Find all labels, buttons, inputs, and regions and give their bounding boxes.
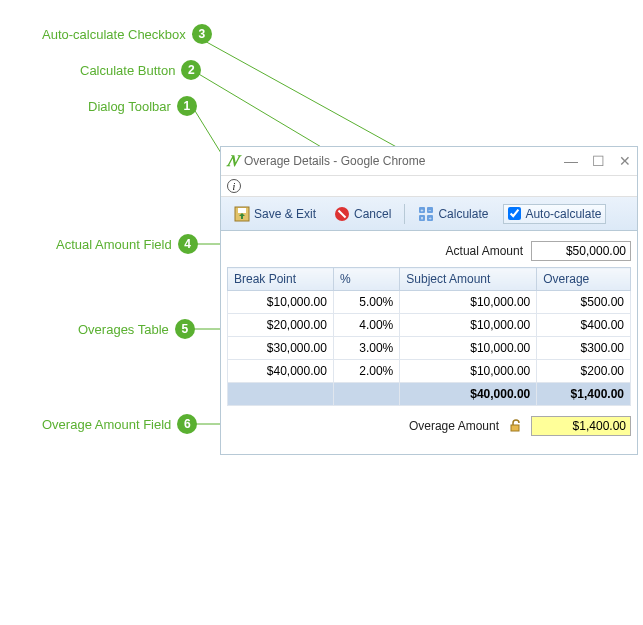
col-subject-amount[interactable]: Subject Amount <box>400 268 537 291</box>
cell-pct: 4.00% <box>333 314 399 337</box>
maximize-button[interactable]: ☐ <box>592 153 605 169</box>
dialog-toolbar: Save & Exit Cancel + − × ÷ Calculate Aut… <box>221 197 637 231</box>
cell-subj: $10,000.00 <box>400 337 537 360</box>
overage-amount-label: Overage Amount <box>409 419 499 433</box>
cancel-label: Cancel <box>354 207 391 221</box>
overages-table: Break Point % Subject Amount Overage $10… <box>227 267 631 406</box>
overage-amount-row: Overage Amount <box>227 416 631 436</box>
cell-subj: $10,000.00 <box>400 291 537 314</box>
annotation-6: Overage Amount Field 6 <box>42 414 197 434</box>
cell-ov: $500.00 <box>537 291 631 314</box>
annotation-1: Dialog Toolbar 1 <box>88 96 197 116</box>
cell-ov: $300.00 <box>537 337 631 360</box>
table-row[interactable]: $40,000.002.00%$10,000.00$200.00 <box>228 360 631 383</box>
col-overage[interactable]: Overage <box>537 268 631 291</box>
save-icon <box>234 206 250 222</box>
actual-amount-field[interactable] <box>531 241 631 261</box>
save-exit-label: Save & Exit <box>254 207 316 221</box>
titlebar: 𝑁 Overage Details - Google Chrome — ☐ ✕ <box>221 147 637 175</box>
cell-ov: $200.00 <box>537 360 631 383</box>
overage-details-dialog: 𝑁 Overage Details - Google Chrome — ☐ ✕ … <box>220 146 638 455</box>
minimize-button[interactable]: — <box>564 153 578 169</box>
annotation-3: Auto-calculate Checkbox 3 <box>42 24 212 44</box>
actual-amount-label: Actual Amount <box>446 244 523 258</box>
overage-amount-field[interactable] <box>531 416 631 436</box>
svg-text:+: + <box>421 207 424 213</box>
total-overage: $1,400.00 <box>537 383 631 406</box>
cell-subj: $10,000.00 <box>400 360 537 383</box>
cell-bp: $40,000.00 <box>228 360 334 383</box>
table-total-row: $40,000.00 $1,400.00 <box>228 383 631 406</box>
svg-text:×: × <box>421 215 424 221</box>
cell-pct: 5.00% <box>333 291 399 314</box>
auto-calculate-checkbox[interactable]: Auto-calculate <box>503 204 606 224</box>
svg-rect-18 <box>511 425 519 431</box>
cell-pct: 2.00% <box>333 360 399 383</box>
table-body: $10,000.005.00%$10,000.00$500.00$20,000.… <box>228 291 631 383</box>
annotation-2: Calculate Button 2 <box>80 60 201 80</box>
auto-calculate-input[interactable] <box>508 207 521 220</box>
col-percent[interactable]: % <box>333 268 399 291</box>
col-break-point[interactable]: Break Point <box>228 268 334 291</box>
app-logo-icon: 𝑁 <box>227 152 238 170</box>
info-icon[interactable]: i <box>227 179 241 193</box>
cell-subj: $10,000.00 <box>400 314 537 337</box>
table-row[interactable]: $10,000.005.00%$10,000.00$500.00 <box>228 291 631 314</box>
svg-text:−: − <box>429 207 432 213</box>
total-subject: $40,000.00 <box>400 383 537 406</box>
calculate-label: Calculate <box>438 207 488 221</box>
cell-ov: $400.00 <box>537 314 631 337</box>
dialog-content: Actual Amount Break Point % Subject Amou… <box>221 231 637 454</box>
calculate-button[interactable]: + − × ÷ Calculate <box>411 202 495 226</box>
info-bar: i <box>221 175 637 197</box>
svg-text:÷: ÷ <box>429 215 432 221</box>
calculate-icon: + − × ÷ <box>418 206 434 222</box>
cell-pct: 3.00% <box>333 337 399 360</box>
cell-bp: $20,000.00 <box>228 314 334 337</box>
table-row[interactable]: $30,000.003.00%$10,000.00$300.00 <box>228 337 631 360</box>
annotation-5: Overages Table 5 <box>78 319 195 339</box>
window-title: Overage Details - Google Chrome <box>244 154 425 168</box>
table-header-row: Break Point % Subject Amount Overage <box>228 268 631 291</box>
svg-rect-7 <box>238 208 246 213</box>
actual-amount-row: Actual Amount <box>227 241 631 261</box>
table-row[interactable]: $20,000.004.00%$10,000.00$400.00 <box>228 314 631 337</box>
lock-icon[interactable] <box>507 418 523 434</box>
auto-calculate-label: Auto-calculate <box>525 207 601 221</box>
cell-bp: $10,000.00 <box>228 291 334 314</box>
save-exit-button[interactable]: Save & Exit <box>227 202 323 226</box>
cell-bp: $30,000.00 <box>228 337 334 360</box>
window-controls: — ☐ ✕ <box>564 153 631 169</box>
cancel-button[interactable]: Cancel <box>327 202 398 226</box>
toolbar-separator <box>404 204 405 224</box>
annotation-4: Actual Amount Field 4 <box>56 234 198 254</box>
close-button[interactable]: ✕ <box>619 153 631 169</box>
cancel-icon <box>334 206 350 222</box>
